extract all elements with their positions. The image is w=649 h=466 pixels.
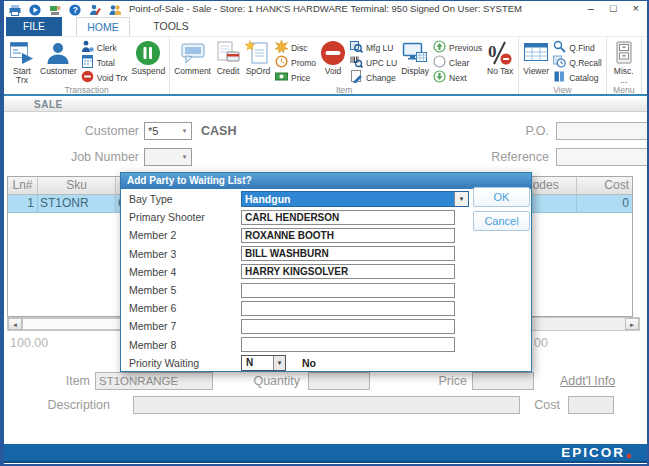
ribbon-group-menu: Misc. ... Menu [607, 37, 642, 94]
group-label-menu: Menu [609, 85, 639, 95]
job-number-combo[interactable]: ▾ [144, 148, 192, 166]
customer-name-text: CASH [201, 124, 236, 138]
quantity-field[interactable] [308, 372, 370, 390]
price-field[interactable] [472, 372, 534, 390]
chevron-down-icon: ▾ [178, 149, 191, 165]
spord-button[interactable]: SpOrd [243, 38, 273, 85]
titlebar: ? Point-of-Sale - Sale - Store: 1 HANK'S… [4, 1, 647, 18]
ribbon-group-item: Comment Credit SpOrd Disc [170, 37, 519, 94]
comment-icon [180, 39, 206, 67]
scroll-left-arrow[interactable]: ◂ [8, 318, 22, 330]
suspend-icon [135, 39, 161, 67]
viewer-button[interactable]: Viewer [521, 38, 551, 85]
member-5-label: Member 5 [129, 284, 241, 296]
cost-field[interactable] [568, 396, 614, 414]
priority-waiting-dropdown[interactable]: N ▾ [241, 355, 286, 371]
next-button[interactable]: Next [433, 70, 482, 85]
misc-icon [611, 39, 637, 67]
customer-combo[interactable]: *5 ▾ [144, 122, 192, 140]
group-label-view: View [521, 85, 604, 95]
close-button[interactable]: × [633, 2, 639, 14]
member-6-input[interactable] [241, 301, 455, 316]
chevron-down-icon: ▾ [178, 123, 191, 139]
void-trx-button[interactable]: Void Trx [81, 70, 128, 85]
cancel-button[interactable]: Cancel [473, 211, 530, 231]
item-label: Item [30, 374, 90, 388]
member-7-label: Member 7 [129, 320, 241, 332]
bay-type-dropdown[interactable]: Handgun ▾ [241, 191, 469, 207]
item-nav-stack: Previous Clear Next [431, 38, 484, 85]
ribbon: Start Trx Customer Clerk Total [4, 37, 647, 96]
cell-cost: 0 [577, 195, 632, 212]
misc-ellipsis: ... [620, 76, 627, 85]
window-border-left [0, 0, 4, 466]
credit-icon [215, 39, 241, 67]
member-8-input[interactable] [241, 337, 455, 352]
column-header-cost[interactable]: Cost [577, 177, 632, 194]
customer-button[interactable]: Customer [38, 38, 79, 85]
scroll-right-arrow[interactable]: ▸ [625, 318, 639, 330]
priority-waiting-text: No [302, 357, 316, 369]
addtl-info-link[interactable]: Addt'l Info [560, 374, 615, 388]
reference-label: Reference [454, 150, 549, 164]
comment-button[interactable]: Comment [172, 38, 213, 85]
description-label: Description [20, 398, 110, 412]
catalog-icon [553, 69, 566, 87]
priority-waiting-value: N [242, 356, 273, 370]
job-number-label: Job Number [34, 150, 139, 164]
reference-input[interactable] [556, 148, 648, 166]
misc-button[interactable]: Misc. ... [609, 38, 639, 85]
next-icon [433, 69, 446, 87]
pos-window: ? Point-of-Sale - Sale - Store: 1 HANK'S… [0, 0, 649, 466]
start-trx-button[interactable]: Start Trx [6, 38, 38, 85]
tab-home[interactable]: HOME [76, 17, 130, 36]
display-icon [402, 39, 428, 67]
primary-shooter-input[interactable] [241, 210, 455, 225]
void-button[interactable]: Void [318, 38, 348, 85]
group-label-transaction: Transaction [6, 85, 167, 95]
member-7-input[interactable] [241, 319, 455, 334]
item-pricing-stack: Disc Promo Price [273, 38, 318, 85]
po-input[interactable] [556, 122, 648, 140]
credit-button[interactable]: Credit [213, 38, 243, 85]
tab-tools[interactable]: TOOLS [144, 17, 198, 36]
ok-button[interactable]: OK [473, 187, 530, 207]
bay-type-value: Handgun [242, 192, 454, 206]
priority-waiting-label: Priority Waiting [129, 357, 241, 369]
maximize-button[interactable]: □ [610, 2, 617, 14]
member-4-label: Member 4 [129, 266, 241, 278]
member-5-input[interactable] [241, 283, 455, 298]
ribbon-group-view: Viewer Q.Find Q.Recall Catalog [519, 37, 607, 94]
minimize-button[interactable]: – [588, 2, 594, 14]
item-field[interactable]: ST1ONRANGE [95, 372, 213, 390]
customer-combo-value: *5 [145, 123, 178, 139]
description-field[interactable] [133, 396, 520, 414]
void-trx-icon [81, 69, 94, 87]
column-header-sku[interactable]: Sku [38, 177, 116, 194]
change-icon [350, 69, 363, 87]
member-3-input[interactable] [241, 246, 455, 261]
catalog-button[interactable]: Catalog [553, 70, 602, 85]
chevron-down-icon: ▾ [454, 192, 468, 206]
tab-file[interactable]: FILE [6, 17, 62, 36]
member-2-input[interactable] [241, 228, 455, 243]
po-label: P.O. [464, 124, 549, 138]
member-4-input[interactable] [241, 264, 455, 279]
total-right-value: 00 [534, 336, 548, 350]
start-trx-icon [9, 39, 35, 67]
transaction-small-stack: Clerk Total Void Trx [79, 38, 130, 85]
no-tax-button[interactable]: 0 No Tax [484, 38, 516, 85]
dialog-title: Add Party to Waiting List? [121, 173, 531, 189]
viewer-icon [523, 39, 549, 67]
ribbon-group-transaction: Start Trx Customer Clerk Total [4, 37, 170, 94]
chevron-down-icon: ▾ [273, 356, 285, 370]
display-button[interactable]: Display [399, 38, 431, 85]
total-left-value: 100.00 [10, 336, 48, 350]
suspend-button[interactable]: Suspend [130, 38, 168, 85]
price-button[interactable]: Price [275, 70, 316, 85]
bay-type-label: Bay Type [129, 193, 241, 205]
change-button[interactable]: Change [350, 70, 397, 85]
price-label: Price [407, 374, 467, 388]
column-header-ln[interactable]: Ln# [8, 177, 38, 194]
footer-bar: EPICOR [4, 444, 647, 463]
